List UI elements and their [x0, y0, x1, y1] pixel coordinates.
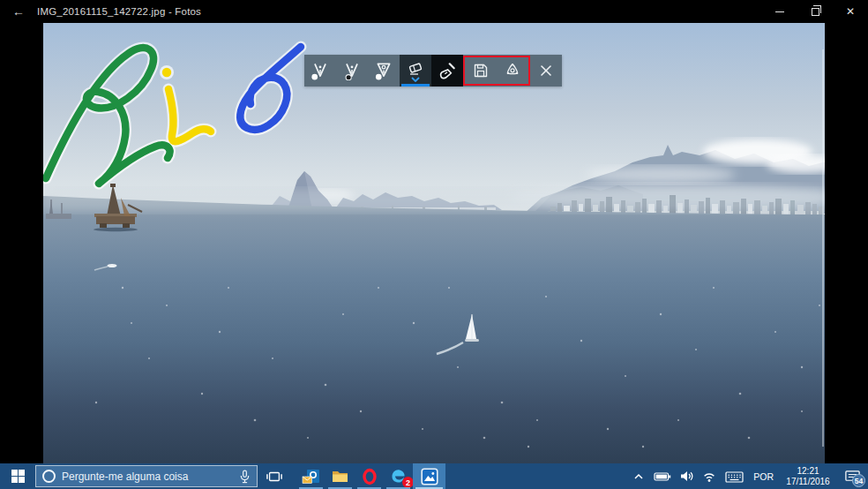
start-button[interactable] — [0, 463, 35, 489]
title-bar: ← IMG_20161115_142722.jpg - Fotos ✕ — [0, 0, 868, 23]
clock-time: 12:21 — [797, 466, 819, 477]
window-title: IMG_20161115_142722.jpg - Fotos — [37, 6, 201, 17]
action-center-button[interactable]: 54 — [836, 463, 868, 489]
touch-keyboard-icon — [725, 470, 744, 484]
calligraphy-pen-icon — [374, 61, 393, 80]
system-tray: POR 12:21 17/11/2016 54 — [627, 463, 868, 489]
taskbar-app-outlook[interactable] — [296, 463, 326, 489]
microphone-icon[interactable] — [239, 470, 251, 484]
search-placeholder: Pergunte-me alguma coisa — [62, 470, 233, 483]
eraser-button[interactable] — [400, 55, 431, 87]
share-icon — [504, 62, 521, 79]
taskbar-app-file-explorer[interactable] — [326, 463, 355, 489]
taskbar-app-opera[interactable] — [355, 463, 384, 489]
photo-stage — [0, 23, 868, 463]
eraser-icon — [407, 60, 424, 76]
outlook-icon — [302, 467, 320, 485]
touch-writing-button[interactable] — [431, 55, 463, 87]
search-input[interactable]: Pergunte-me alguma coisa — [35, 465, 258, 487]
chevron-up-icon — [633, 472, 644, 481]
cortana-icon — [42, 470, 56, 483]
clock[interactable]: 12:21 17/11/2016 — [780, 463, 836, 489]
restore-button[interactable] — [797, 0, 833, 23]
photo-canvas[interactable] — [43, 23, 825, 463]
taskbar: Pergunte-me alguma coisa — [0, 463, 868, 489]
pencil-button[interactable] — [336, 55, 368, 87]
touch-keyboard-button[interactable] — [721, 463, 747, 489]
hidden-icons-button[interactable] — [627, 463, 650, 489]
task-view-icon — [266, 470, 282, 484]
close-x-icon — [539, 64, 553, 78]
wifi-icon — [702, 470, 716, 484]
task-view-button[interactable] — [259, 463, 289, 489]
taskbar-app-edge[interactable]: 2 — [384, 463, 413, 489]
taskbar-app-photos[interactable] — [413, 463, 445, 489]
save-button[interactable] — [465, 57, 497, 84]
highlight-box — [463, 56, 530, 86]
ink-i-dot — [162, 68, 171, 77]
photo-scene — [43, 23, 825, 463]
close-icon: ✕ — [846, 6, 855, 17]
volume-indicator[interactable] — [675, 463, 698, 489]
ink-toolbar — [304, 55, 562, 87]
save-icon — [472, 62, 490, 79]
minimize-icon — [775, 11, 784, 12]
battery-indicator[interactable] — [650, 463, 675, 489]
chevron-down-icon — [411, 77, 420, 82]
pencil-icon — [342, 61, 362, 80]
back-button[interactable]: ← — [0, 0, 37, 23]
minimize-button[interactable] — [762, 0, 797, 23]
restore-icon — [812, 8, 819, 16]
language-label: POR — [753, 471, 774, 482]
calligraphy-pen-button[interactable] — [368, 55, 400, 87]
ballpoint-pen-icon — [311, 61, 330, 80]
network-indicator[interactable] — [698, 463, 721, 489]
app-window: ← IMG_20161115_142722.jpg - Fotos ✕ — [0, 0, 868, 489]
opera-icon — [361, 468, 378, 485]
ballpoint-pen-button[interactable] — [304, 55, 336, 87]
sea — [43, 196, 825, 463]
taskbar-spacer — [289, 463, 296, 489]
windows-logo-icon — [11, 470, 25, 483]
back-arrow-icon: ← — [12, 4, 25, 19]
battery-icon — [654, 470, 671, 484]
touch-writing-icon — [438, 61, 457, 80]
window-controls: ✕ — [762, 0, 868, 23]
speaker-icon — [679, 469, 694, 484]
photos-icon — [420, 467, 439, 486]
file-explorer-icon — [331, 468, 349, 485]
close-button[interactable]: ✕ — [833, 0, 868, 23]
exit-draw-button[interactable] — [530, 55, 562, 87]
notifications-badge: 54 — [852, 474, 865, 487]
clock-date: 17/11/2016 — [786, 477, 829, 487]
language-indicator[interactable]: POR — [747, 463, 780, 489]
share-button[interactable] — [497, 57, 528, 84]
